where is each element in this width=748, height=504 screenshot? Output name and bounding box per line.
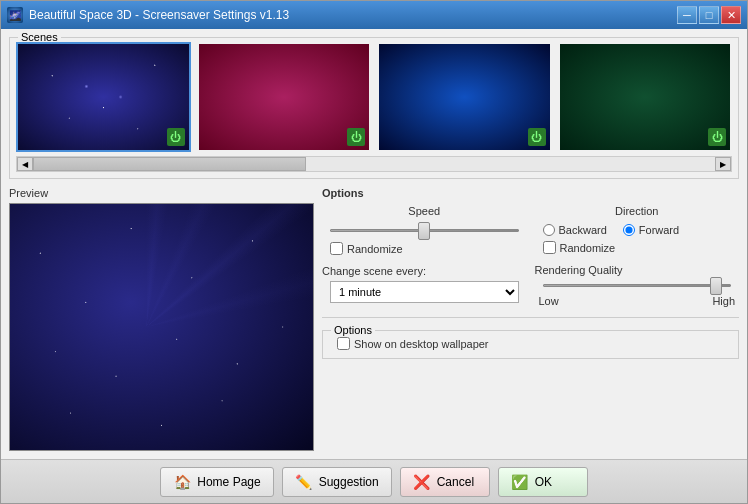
speed-randomize-label: Randomize: [347, 243, 403, 255]
scroll-left[interactable]: ◀: [17, 157, 33, 171]
bottom-bar: 🏠 Home Page ✏️ Suggestion ❌ Cancel ✅ OK: [1, 459, 747, 503]
direction-randomize-row: Randomize: [535, 239, 740, 256]
power-icon-2: ⏻: [347, 128, 365, 146]
power-icon-1: ⏻: [167, 128, 185, 146]
speed-slider-thumb: [418, 222, 430, 240]
scene-thumb-4[interactable]: ⏻: [558, 42, 733, 152]
suggestion-icon: ✏️: [295, 473, 313, 491]
scene-bg-3: [379, 44, 550, 150]
scene-bg-4: [560, 44, 731, 150]
quality-slider-track[interactable]: [543, 284, 732, 287]
preview-section: Preview: [9, 187, 314, 451]
radio-backward-row: Backward: [539, 223, 611, 237]
radio-backward-label: Backward: [559, 224, 607, 236]
preview-label: Preview: [9, 187, 314, 199]
home-page-label: Home Page: [197, 475, 260, 489]
quality-slider-thumb: [710, 277, 722, 295]
change-scene-group: Change scene every: 30 seconds 1 minute …: [322, 265, 527, 303]
scene-bg-1: [18, 44, 189, 150]
speed-slider-container: [322, 221, 527, 240]
title-bar: 🌌 Beautiful Space 3D - Screensaver Setti…: [1, 1, 747, 29]
options2-label: Options: [331, 324, 375, 336]
cancel-button[interactable]: ❌ Cancel: [400, 467, 490, 497]
direction-randomize-label: Randomize: [560, 242, 616, 254]
col-speed: Speed Randomize Change scene every:: [322, 205, 527, 307]
scene-bg-2: [199, 44, 370, 150]
speed-randomize-row: Randomize: [322, 240, 527, 257]
options-section: Options Speed Randomize: [322, 187, 739, 451]
speed-label: Speed: [322, 205, 527, 217]
power-icon-3: ⏻: [528, 128, 546, 146]
quality-label: Rendering Quality: [535, 264, 740, 276]
window-controls: ─ □ ✕: [677, 6, 741, 24]
scenes-thumbnails: ⏻ ⏻ ⏻ ⏻: [16, 42, 732, 152]
quality-row-labels: Low High: [535, 295, 740, 307]
main-window: 🌌 Beautiful Space 3D - Screensaver Setti…: [0, 0, 748, 504]
quality-high-label: High: [712, 295, 735, 307]
app-icon: 🌌: [7, 7, 23, 23]
change-scene-row: 30 seconds 1 minute 2 minutes 5 minutes …: [322, 281, 527, 303]
home-page-button[interactable]: 🏠 Home Page: [160, 467, 273, 497]
scene-thumb-1[interactable]: ⏻: [16, 42, 191, 152]
minimize-button[interactable]: ─: [677, 6, 697, 24]
preview-box: [9, 203, 314, 451]
preview-rays: [10, 204, 313, 450]
speed-slider-track[interactable]: [330, 229, 519, 232]
maximize-button[interactable]: □: [699, 6, 719, 24]
home-icon: 🏠: [173, 473, 191, 491]
power-icon-4: ⏻: [708, 128, 726, 146]
window-title: Beautiful Space 3D - Screensaver Setting…: [29, 8, 289, 22]
title-bar-left: 🌌 Beautiful Space 3D - Screensaver Setti…: [7, 7, 289, 23]
wallpaper-label: Show on desktop wallpaper: [354, 338, 489, 350]
divider: [322, 317, 739, 318]
direction-radio-row: Backward Forward: [535, 221, 740, 239]
quality-group: Rendering Quality Low High: [535, 264, 740, 307]
quality-slider-area: [535, 284, 740, 287]
quality-low-label: Low: [539, 295, 559, 307]
col-direction: Direction Backward Forward: [535, 205, 740, 307]
ok-icon: ✅: [511, 473, 529, 491]
ok-button[interactable]: ✅ OK: [498, 467, 588, 497]
main-content: Scenes ⏻ ⏻ ⏻ ⏻: [1, 29, 747, 459]
options2-group: Options Show on desktop wallpaper: [322, 330, 739, 359]
cancel-icon: ❌: [413, 473, 431, 491]
close-button[interactable]: ✕: [721, 6, 741, 24]
ok-label: OK: [535, 475, 552, 489]
scroll-thumb: [33, 157, 306, 171]
direction-randomize-checkbox[interactable]: [543, 241, 556, 254]
radio-forward-row: Forward: [619, 223, 683, 237]
scene-thumb-3[interactable]: ⏻: [377, 42, 552, 152]
change-scene-label: Change scene every:: [322, 265, 527, 277]
radio-forward-label: Forward: [639, 224, 679, 236]
scene-thumb-2[interactable]: ⏻: [197, 42, 372, 152]
options-row-1: Speed Randomize Change scene every:: [322, 205, 739, 307]
options-label: Options: [322, 187, 739, 199]
scenes-scrollbar: ◀ ▶: [16, 156, 732, 172]
scroll-right[interactable]: ▶: [715, 157, 731, 171]
suggestion-button[interactable]: ✏️ Suggestion: [282, 467, 392, 497]
radio-backward[interactable]: [543, 224, 555, 236]
wallpaper-checkbox[interactable]: [337, 337, 350, 350]
radio-forward[interactable]: [623, 224, 635, 236]
speed-randomize-checkbox[interactable]: [330, 242, 343, 255]
scroll-track[interactable]: [33, 157, 715, 171]
wallpaper-row: Show on desktop wallpaper: [329, 335, 732, 352]
change-scene-select[interactable]: 30 seconds 1 minute 2 minutes 5 minutes …: [330, 281, 519, 303]
main-area: Preview Options Speed: [9, 187, 739, 451]
cancel-label: Cancel: [437, 475, 474, 489]
direction-label: Direction: [535, 205, 740, 217]
scenes-section: Scenes ⏻ ⏻ ⏻ ⏻: [9, 37, 739, 179]
suggestion-label: Suggestion: [319, 475, 379, 489]
